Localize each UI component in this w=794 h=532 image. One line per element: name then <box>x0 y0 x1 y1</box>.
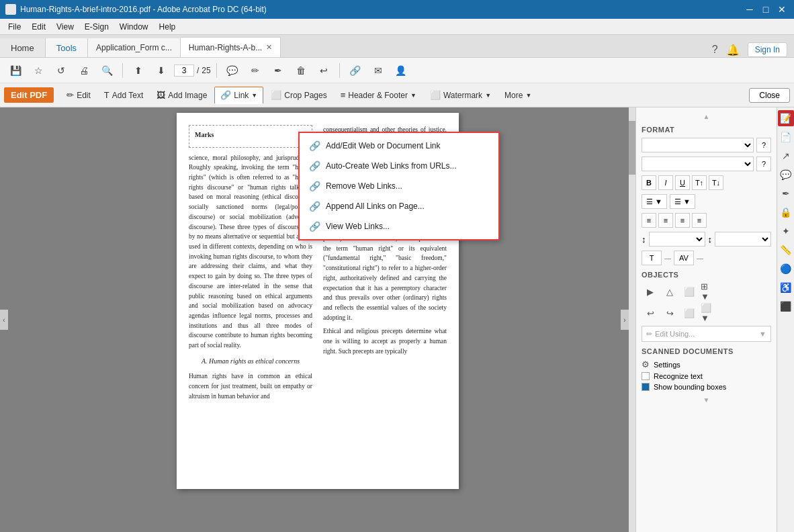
highlight-button[interactable]: ✏ <box>245 61 265 80</box>
pdf-scrollbar[interactable] <box>629 107 635 532</box>
prev-page-button[interactable]: ⬆ <box>128 61 148 80</box>
dropdown-item-remove[interactable]: 🔗 Remove Web Links... <box>300 176 498 196</box>
align-left-button[interactable]: ≡ <box>642 213 656 228</box>
tab-close-button[interactable]: ✕ <box>266 43 272 52</box>
notification-icon[interactable]: 🔔 <box>726 44 740 56</box>
edit-button[interactable]: ✏ Edit <box>60 87 97 104</box>
minimize-button[interactable]: ─ <box>743 4 756 15</box>
dropdown-item-view[interactable]: 🔗 View Web Links... <box>300 216 498 236</box>
close-edit-button[interactable]: Close <box>749 88 790 103</box>
font-help-icon[interactable]: ? <box>756 138 771 152</box>
obj-shape1-icon[interactable]: △ <box>661 283 678 300</box>
fill-sign-icon[interactable]: ✒ <box>778 185 794 202</box>
protect-icon[interactable]: 🔒 <box>778 204 794 220</box>
align-right-button[interactable]: ≡ <box>675 213 690 228</box>
tab-home[interactable]: Home <box>0 38 46 57</box>
undo-button[interactable]: ↩ <box>314 61 334 80</box>
font-size-select[interactable] <box>642 157 754 171</box>
dropdown-item-auto-create[interactable]: 🔗 Auto-Create Web Links from URLs... <box>300 156 498 176</box>
close-window-button[interactable]: ✕ <box>775 4 789 15</box>
left-panel-toggle[interactable]: ‹ <box>0 310 8 330</box>
link-alt-button[interactable]: 🔗 <box>345 61 365 80</box>
redact-icon[interactable]: ⬛ <box>778 298 794 314</box>
add-text-button[interactable]: T Add Text <box>98 87 149 104</box>
menu-file[interactable]: File <box>3 21 26 33</box>
dropdown-item-add-edit-link[interactable]: 🔗 Add/Edit Web or Document Link <box>300 136 498 156</box>
obj-undo-icon[interactable]: ↩ <box>642 304 659 322</box>
superscript-button[interactable]: T↑ <box>692 175 707 190</box>
menu-esign[interactable]: E-Sign <box>79 21 114 33</box>
align-justify-button[interactable]: ≡ <box>692 213 707 228</box>
accessibility-icon[interactable]: ♿ <box>778 279 794 296</box>
measure-icon[interactable]: 📏 <box>778 242 794 258</box>
line-spacing-select[interactable] <box>649 232 705 247</box>
export-icon[interactable]: ↗ <box>778 148 794 164</box>
menu-edit[interactable]: Edit <box>26 21 51 33</box>
user-button[interactable]: 👤 <box>391 61 411 80</box>
obj-arrange2-icon[interactable]: ⬜ ▼ <box>700 304 717 322</box>
underline-button[interactable]: U <box>675 175 690 190</box>
obj-arrow-icon[interactable]: ▶ <box>642 283 659 300</box>
indent-icon: ↕ <box>708 234 713 245</box>
dropdown-item-append[interactable]: 🔗 Append All Links on Page... <box>300 196 498 216</box>
comment-button[interactable]: 💬 <box>222 61 242 80</box>
align-row: ≡ ≡ ≡ ≡ <box>642 213 771 228</box>
italic-button[interactable]: I <box>658 175 673 190</box>
obj-crop-icon[interactable]: ⬜ <box>680 283 698 300</box>
marks-box: Marks <box>189 125 312 148</box>
font-color-button[interactable]: T <box>642 251 662 265</box>
edit-pdf-panel-icon[interactable]: 📝 <box>778 110 794 126</box>
right-panel-toggle[interactable]: › <box>621 310 629 330</box>
tab-doc2[interactable]: Human-Rights-A-b... ✕ <box>181 37 281 57</box>
sign-in-button[interactable]: Sign In <box>748 42 787 57</box>
help-icon[interactable]: ? <box>712 44 718 56</box>
obj-align-icon[interactable]: ⊞ ▼ <box>700 283 717 300</box>
pdf-viewer[interactable]: ‹ Marks science, moral philosophy, and j… <box>0 107 635 532</box>
enhance-icon[interactable]: ✦ <box>778 223 794 239</box>
bookmark-button[interactable]: ☆ <box>28 61 48 80</box>
ordered-list-button[interactable]: ☰ ▼ <box>670 194 695 209</box>
tab-doc1[interactable]: Application_Form c... <box>88 38 181 57</box>
header-footer-button[interactable]: ≡ Header & Footer ▼ <box>335 87 423 104</box>
obj-arrange-icon[interactable]: ⬜ <box>680 304 698 322</box>
email-button[interactable]: ✉ <box>368 61 388 80</box>
save-button[interactable]: 💾 <box>5 61 26 80</box>
link-append-icon: 🔗 <box>309 201 320 212</box>
font-size-help-icon[interactable]: ? <box>756 157 771 171</box>
pdf-scroll-thumb[interactable] <box>629 121 635 175</box>
delete-button[interactable]: 🗑 <box>291 61 311 80</box>
draw-button[interactable]: ✒ <box>268 61 288 80</box>
bold-button[interactable]: B <box>642 175 656 190</box>
add-image-button[interactable]: 🖼 Add Image <box>150 87 213 104</box>
watermark-button[interactable]: ⬜ Watermark ▼ <box>424 87 497 104</box>
comment-panel-icon[interactable]: 💬 <box>778 167 794 183</box>
crop-pages-button[interactable]: ⬜ Crop Pages <box>265 87 333 104</box>
highlight-color-button[interactable]: AV <box>674 251 694 265</box>
edit-using-caret: ▼ <box>759 330 766 338</box>
search-button[interactable]: 🔍 <box>97 61 117 80</box>
link-button[interactable]: 🔗 Link ▼ <box>214 87 263 104</box>
objects-row-1: ▶ △ ⬜ ⊞ ▼ <box>642 283 771 300</box>
stamps-icon[interactable]: 🔵 <box>778 261 794 277</box>
page-number-input[interactable] <box>174 64 194 77</box>
share-button[interactable]: ↺ <box>51 61 71 80</box>
show-bounding-boxes-checkbox[interactable] <box>642 383 650 391</box>
recognize-text-checkbox[interactable] <box>642 372 650 380</box>
print-button[interactable]: 🖨 <box>74 61 94 80</box>
font-family-select[interactable] <box>642 138 754 152</box>
unordered-list-button[interactable]: ☰ ▼ <box>642 194 667 209</box>
organize-pages-icon[interactable]: 📄 <box>778 129 794 145</box>
objects-row-2: ↩ ↪ ⬜ ⬜ ▼ <box>642 304 771 322</box>
subscript-button[interactable]: T↓ <box>709 175 723 190</box>
menu-window[interactable]: Window <box>114 21 154 33</box>
menu-view[interactable]: View <box>51 21 79 33</box>
next-page-button[interactable]: ⬇ <box>151 61 171 80</box>
tab-tools[interactable]: Tools <box>46 38 88 57</box>
indent-select[interactable] <box>715 232 771 247</box>
more-button[interactable]: More ▼ <box>498 87 537 104</box>
restore-button[interactable]: □ <box>759 4 773 15</box>
obj-redo-icon[interactable]: ↪ <box>661 304 678 322</box>
recognize-text-label: Recognize text <box>654 372 703 380</box>
menu-help[interactable]: Help <box>154 21 181 33</box>
align-center-button[interactable]: ≡ <box>658 213 673 228</box>
